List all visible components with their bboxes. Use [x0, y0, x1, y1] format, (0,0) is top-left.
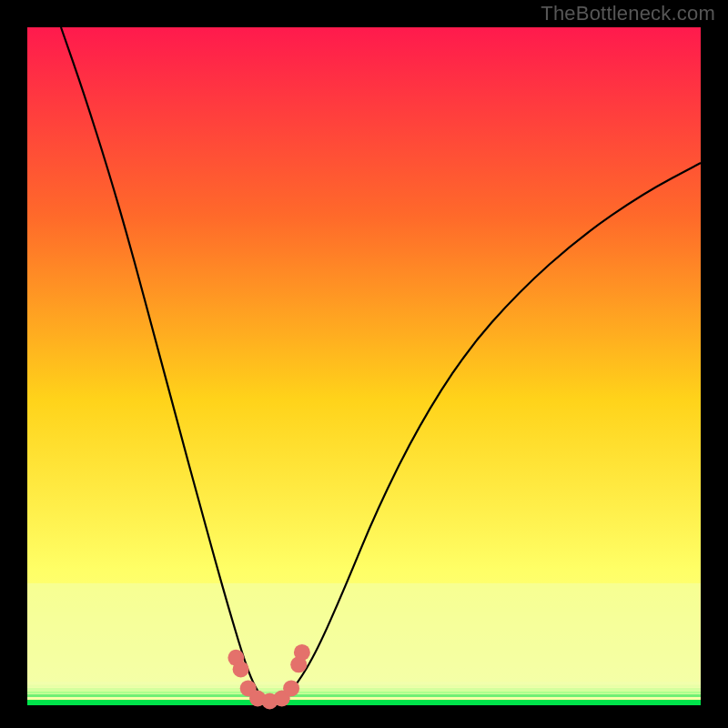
green-fade-stripes	[27, 682, 701, 697]
svg-rect-4	[27, 682, 701, 684]
trough-marker	[283, 680, 299, 696]
svg-rect-1	[27, 692, 701, 694]
green-baseline	[27, 700, 701, 705]
svg-rect-2	[27, 688, 701, 691]
svg-rect-3	[27, 685, 701, 688]
trough-marker	[294, 644, 310, 661]
trough-marker	[233, 662, 249, 678]
chart-frame: TheBottleneck.com	[0, 0, 728, 728]
pale-bottom-band	[27, 583, 701, 699]
bottleneck-curve-plot	[0, 0, 728, 728]
svg-rect-0	[27, 694, 701, 697]
